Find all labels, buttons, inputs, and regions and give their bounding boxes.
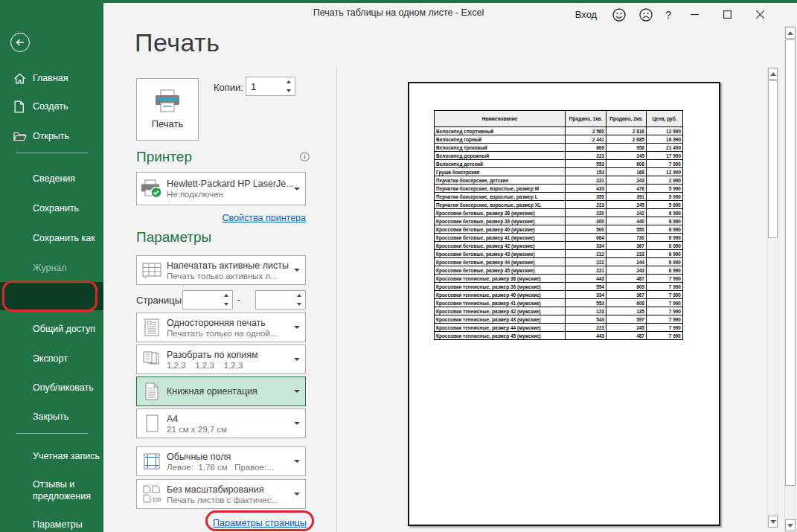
- preview-scrollbar[interactable]: [767, 67, 778, 528]
- col-header-name: Наименование: [435, 111, 566, 127]
- page-setup-link[interactable]: Параметры страницы: [213, 518, 307, 528]
- paper-size-select[interactable]: A4 21 см x 29,7 см: [136, 408, 306, 438]
- sign-in-button[interactable]: Вход: [575, 9, 597, 20]
- preview-scroll-down-button[interactable]: [768, 516, 778, 528]
- pages-from-input[interactable]: [183, 291, 220, 309]
- duplex-select[interactable]: Односторонняя печать Печатать только на …: [136, 313, 306, 342]
- sidebar-item-save-as[interactable]: Сохранить как: [0, 229, 103, 247]
- sidebar-item-share[interactable]: Общий доступ: [0, 320, 103, 338]
- copies-input[interactable]: [246, 77, 283, 95]
- sidebar-item-options[interactable]: Параметры: [0, 516, 103, 532]
- chevron-down-icon: [294, 269, 300, 272]
- collation-select[interactable]: Разобрать по копиям 1,2,3 1,2,3 1,2,3: [136, 344, 306, 374]
- help-button[interactable]: ?: [665, 9, 671, 21]
- printer-select[interactable]: Hewlett-Packard HP LaserJe... Не подключ…: [136, 172, 306, 205]
- sidebar-item-account[interactable]: Учетная запись: [0, 447, 103, 465]
- pages-label: Страницы:: [136, 295, 185, 306]
- pages-from-increment[interactable]: [220, 291, 232, 300]
- preview-table: Наименование Продано, 1кв. Продано, 2кв.…: [434, 110, 683, 340]
- table-row: Велосипед детский 553 608 7 990: [435, 160, 683, 168]
- table-row: Перчатки боксерские, детские 221 243 2 9…: [435, 176, 683, 185]
- sidebar-divider: [16, 433, 89, 434]
- portrait-page-icon: [137, 382, 167, 400]
- printer-name: Hewlett-Packard HP LaserJe...: [167, 179, 295, 189]
- table-row: Кроссовки беговые, размер 44 (мужские) 2…: [435, 258, 683, 266]
- sidebar-item-new[interactable]: Создать: [0, 97, 103, 115]
- copies-increment-button[interactable]: [283, 77, 295, 86]
- home-icon: [13, 71, 27, 85]
- backstage-sidebar: Главная Создать Открыть Сведения Сохрани…: [0, 0, 103, 532]
- window-scrollbar-thumb[interactable]: [785, 39, 796, 486]
- close-button[interactable]: [752, 7, 768, 23]
- smiley-face-icon[interactable]: [612, 7, 627, 22]
- pages-from-decrement[interactable]: [220, 300, 232, 309]
- window-scroll-down-button[interactable]: [785, 519, 796, 531]
- table-row: Кроссовки теннисные, размер 42 (мужские)…: [435, 307, 683, 315]
- table-row: Кроссовки беговые, размер 43 (мужские) 2…: [435, 250, 683, 258]
- maximize-button[interactable]: [719, 7, 735, 23]
- pages-to-decrement[interactable]: [293, 300, 305, 309]
- printer-properties-link[interactable]: Свойства принтера: [223, 213, 306, 223]
- top-accent-strip: [0, 0, 797, 3]
- print-area-select[interactable]: Напечатать активные листы Печать только …: [136, 255, 306, 285]
- back-arrow-icon: [14, 36, 26, 48]
- table-row: Велосипед трековый 869 956 21 490: [435, 144, 683, 152]
- collate-pages-icon: [137, 351, 167, 368]
- preview-scrollbar-thumb[interactable]: [768, 80, 778, 238]
- margins-select[interactable]: Обычные поля Левое: 1,78 см Правое:...: [136, 446, 306, 476]
- chevron-down-icon: [294, 326, 300, 329]
- window-scroll-up-button[interactable]: [785, 27, 796, 39]
- sidebar-item-info[interactable]: Сведения: [0, 170, 103, 188]
- print-button[interactable]: Печать: [136, 78, 199, 141]
- back-button[interactable]: [10, 33, 30, 52]
- frown-face-icon[interactable]: [638, 7, 653, 22]
- pages-to-increment[interactable]: [293, 291, 305, 300]
- table-row: Перчатки боксерские, взрослые, размер XL…: [435, 201, 683, 209]
- printer-icon: [153, 89, 182, 113]
- sidebar-item-print-selected[interactable]: Печать: [0, 282, 103, 310]
- settings-section-heading: Параметры: [136, 229, 211, 246]
- title-bar: Печать таблицы на одном листе - Excel Вх…: [0, 0, 797, 26]
- copies-stepper[interactable]: [246, 77, 295, 96]
- minimize-button[interactable]: [686, 7, 702, 23]
- table-row: Кроссовки беговые, размер 38 (мужские) 2…: [435, 209, 683, 217]
- no-scaling-icon: 100: [137, 484, 167, 504]
- info-icon[interactable]: [300, 151, 310, 164]
- table-row: Кроссовки теннисные, размер 45 (мужские)…: [435, 332, 683, 340]
- table-row: Кроссовки беговые, размер 41 (мужские) 6…: [435, 234, 683, 242]
- chevron-down-icon: [294, 493, 300, 496]
- sidebar-item-publish[interactable]: Опубликовать: [0, 379, 103, 397]
- col-header-sold-q2: Продано, 2кв.: [606, 111, 647, 127]
- table-row: Кроссовки теннисные, размер 41 (мужские)…: [435, 299, 683, 307]
- pages-to-stepper[interactable]: [255, 290, 306, 310]
- table-row: Кроссовки беговые, размер 40 (мужские) 5…: [435, 225, 683, 234]
- print-button-label: Печать: [152, 118, 184, 129]
- window-scrollbar[interactable]: [784, 26, 796, 532]
- sidebar-item-history: Журнал: [0, 259, 103, 277]
- scaling-select[interactable]: 100 Без масштабирования Печать листов с …: [136, 479, 306, 509]
- new-document-icon: [13, 100, 27, 113]
- sidebar-item-save[interactable]: Сохранить: [0, 199, 103, 217]
- orientation-select[interactable]: Книжная ориентация: [136, 376, 306, 406]
- table-row: Кроссовки теннисные, размер 40 (мужские)…: [435, 291, 683, 299]
- sidebar-item-export[interactable]: Экспорт: [0, 350, 103, 368]
- table-row: Груша боксерская 153 168 12 990: [435, 168, 683, 176]
- chevron-down-icon: [294, 390, 300, 393]
- margins-icon: [137, 453, 167, 469]
- preview-scroll-up-button[interactable]: [768, 68, 778, 80]
- sidebar-item-close[interactable]: Закрыть: [0, 408, 103, 426]
- sidebar-item-feedback[interactable]: Отзывы и предложения: [33, 478, 101, 502]
- table-row: Велосипед спортивный 2 560 2 816 12 990: [435, 127, 683, 135]
- one-sided-page-icon: [137, 318, 167, 336]
- table-row: Велосипед дорожный 223 245 17 990: [435, 152, 683, 160]
- print-preview-page: Наименование Продано, 1кв. Продано, 2кв.…: [408, 82, 720, 526]
- copies-decrement-button[interactable]: [283, 86, 295, 95]
- pages-from-stepper[interactable]: [182, 290, 233, 310]
- pages-to-input[interactable]: [256, 291, 293, 309]
- sidebar-item-open[interactable]: Открыть: [0, 127, 103, 145]
- open-folder-icon: [13, 129, 27, 143]
- copies-label: Копии:: [214, 82, 243, 93]
- active-sheets-icon: [137, 262, 167, 278]
- table-row: Кроссовки беговые, размер 45 (мужские) 2…: [435, 266, 683, 275]
- sidebar-item-home[interactable]: Главная: [0, 69, 103, 87]
